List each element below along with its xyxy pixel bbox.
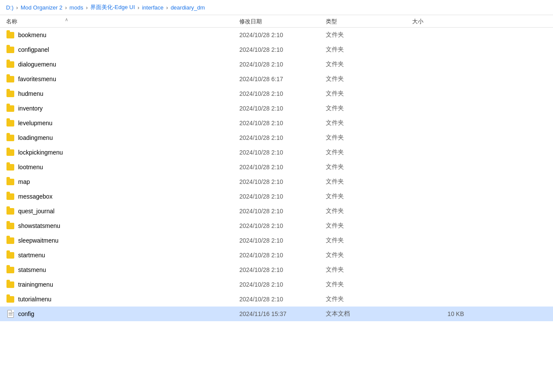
table-row[interactable]: trainingmenu2024/10/28 2:10文件夹 (0, 277, 553, 292)
file-date: 2024/10/28 6:17 (239, 76, 326, 82)
file-type: 文件夹 (326, 31, 412, 39)
table-row[interactable]: dialoguemenu2024/10/28 2:10文件夹 (0, 57, 553, 72)
breadcrumb-item-deardiary-dm[interactable]: deardiary_dm (171, 4, 205, 11)
file-type: 文件夹 (326, 237, 412, 244)
file-type: 文件夹 (326, 295, 412, 303)
text-file-icon (6, 310, 15, 318)
folder-icon (6, 75, 15, 83)
file-name: statsmenu (18, 266, 239, 273)
table-row[interactable]: levelupmenu2024/10/28 2:10文件夹 (0, 116, 553, 130)
folder-icon (6, 119, 15, 127)
file-date: 2024/11/16 15:37 (239, 310, 326, 317)
file-name: dialoguemenu (18, 61, 239, 68)
file-name: config (18, 310, 239, 317)
folder-icon (6, 31, 15, 39)
file-date: 2024/10/28 2:10 (239, 149, 326, 156)
breadcrumb-item-mods[interactable]: mods (70, 4, 83, 11)
col-header-type[interactable]: 类型 (326, 18, 412, 25)
folder-icon (6, 295, 15, 303)
file-type: 文件夹 (326, 134, 412, 142)
breadcrumb-item-edge-ui[interactable]: 界面美化-Edge UI (90, 3, 135, 11)
file-list: bookmenu2024/10/28 2:10文件夹configpanel202… (0, 28, 553, 321)
file-type: 文件夹 (326, 178, 412, 186)
breadcrumb-separator: › (16, 4, 18, 11)
table-row[interactable]: bookmenu2024/10/28 2:10文件夹 (0, 28, 553, 42)
table-row[interactable]: quest_journal2024/10/28 2:10文件夹 (0, 204, 553, 218)
table-row[interactable]: lockpickingmenu2024/10/28 2:10文件夹 (0, 145, 553, 160)
table-row[interactable]: showstatsmenu2024/10/28 2:10文件夹 (0, 218, 553, 233)
file-date: 2024/10/28 2:10 (239, 266, 326, 273)
folder-icon (6, 89, 15, 98)
file-date: 2024/10/28 2:10 (239, 222, 326, 229)
table-row[interactable]: tutorialmenu2024/10/28 2:10文件夹 (0, 292, 553, 307)
col-header-size[interactable]: 大小 (412, 18, 464, 25)
file-type: 文件夹 (326, 193, 412, 200)
folder-icon (6, 148, 15, 157)
folder-icon (6, 280, 15, 289)
table-row[interactable]: favoritesmenu2024/10/28 6:17文件夹 (0, 72, 553, 86)
folder-icon (6, 177, 15, 186)
table-row[interactable]: lootmenu2024/10/28 2:10文件夹 (0, 160, 553, 174)
file-name: lockpickingmenu (18, 149, 239, 156)
file-type: 文件夹 (326, 46, 412, 54)
breadcrumb: D:) › Mod Organizer 2 › mods › 界面美化-Edge… (0, 0, 553, 15)
file-date: 2024/10/28 2:10 (239, 193, 326, 200)
file-name: levelupmenu (18, 120, 239, 126)
table-row[interactable]: statsmenu2024/10/28 2:10文件夹 (0, 262, 553, 277)
file-name: hudmenu (18, 90, 239, 97)
file-type: 文件夹 (326, 104, 412, 112)
folder-icon (6, 163, 15, 171)
file-type: 文件夹 (326, 251, 412, 259)
file-date: 2024/10/28 2:10 (239, 164, 326, 171)
file-name: tutorialmenu (18, 296, 239, 303)
file-name: configpanel (18, 46, 239, 53)
file-date: 2024/10/28 2:10 (239, 237, 326, 244)
table-row[interactable]: sleepwaitmenu2024/10/28 2:10文件夹 (0, 233, 553, 248)
table-row[interactable]: messagebox2024/10/28 2:10文件夹 (0, 189, 553, 204)
file-date: 2024/10/28 2:10 (239, 252, 326, 259)
table-row[interactable]: config2024/11/16 15:37文本文档10 KB (0, 307, 553, 321)
folder-icon (6, 60, 15, 69)
file-name: favoritesmenu (18, 76, 239, 82)
folder-icon (6, 104, 15, 113)
file-date: 2024/10/28 2:10 (239, 296, 326, 303)
breadcrumb-item-interface[interactable]: interface (142, 4, 164, 11)
file-date: 2024/10/28 2:10 (239, 281, 326, 288)
table-row[interactable]: hudmenu2024/10/28 2:10文件夹 (0, 86, 553, 101)
breadcrumb-item-drive[interactable]: D:) (6, 4, 13, 11)
file-name: sleepwaitmenu (18, 237, 239, 244)
col-header-name[interactable]: 名称 (6, 18, 239, 25)
file-type: 文件夹 (326, 163, 412, 171)
file-date: 2024/10/28 2:10 (239, 46, 326, 53)
breadcrumb-separator: › (65, 4, 67, 11)
file-type: 文件夹 (326, 281, 412, 288)
folder-icon (6, 236, 15, 245)
file-size: 10 KB (412, 310, 464, 317)
folder-icon (6, 251, 15, 259)
table-row[interactable]: inventory2024/10/28 2:10文件夹 (0, 101, 553, 116)
file-date: 2024/10/28 2:10 (239, 105, 326, 112)
file-name: startmenu (18, 252, 239, 259)
folder-icon (6, 192, 15, 201)
table-row[interactable]: startmenu2024/10/28 2:10文件夹 (0, 248, 553, 262)
table-row[interactable]: loadingmenu2024/10/28 2:10文件夹 (0, 130, 553, 145)
breadcrumb-separator: › (137, 4, 139, 11)
file-type: 文件夹 (326, 222, 412, 230)
file-type: 文件夹 (326, 266, 412, 274)
breadcrumb-separator: › (166, 4, 168, 11)
file-date: 2024/10/28 2:10 (239, 90, 326, 97)
file-date: 2024/10/28 2:10 (239, 134, 326, 141)
folder-icon (6, 221, 15, 230)
file-name: trainingmenu (18, 281, 239, 288)
folder-icon (6, 207, 15, 215)
file-date: 2024/10/28 2:10 (239, 178, 326, 185)
file-type: 文件夹 (326, 149, 412, 156)
column-headers: 名称 ∧ 修改日期 类型 大小 (0, 15, 553, 28)
file-name: inventory (18, 105, 239, 112)
breadcrumb-item-mod-organizer[interactable]: Mod Organizer 2 (21, 4, 63, 11)
table-row[interactable]: configpanel2024/10/28 2:10文件夹 (0, 42, 553, 57)
col-header-date[interactable]: 修改日期 (239, 18, 326, 25)
file-date: 2024/10/28 2:10 (239, 32, 326, 38)
table-row[interactable]: map2024/10/28 2:10文件夹 (0, 174, 553, 189)
folder-icon (6, 266, 15, 274)
